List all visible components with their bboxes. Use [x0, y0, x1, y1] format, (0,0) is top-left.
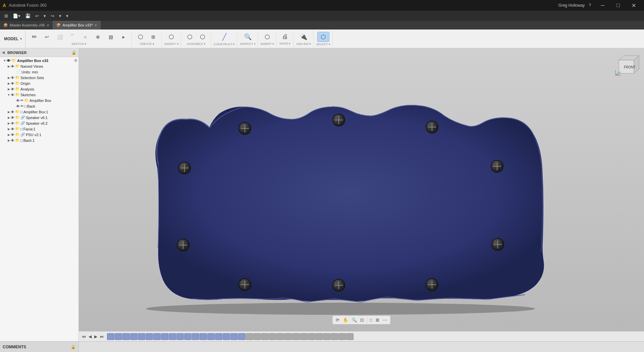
- timeline-step[interactable]: [192, 333, 199, 340]
- help-icon[interactable]: ?: [589, 3, 591, 8]
- extrude-button[interactable]: ⬡: [135, 32, 147, 42]
- construct-button[interactable]: ╱: [218, 32, 230, 42]
- sketch-dropdown[interactable]: ▸: [117, 33, 129, 41]
- display-mode-button[interactable]: □: [368, 317, 374, 323]
- tree-origin[interactable]: ▶ 👁 📁 Origin: [0, 80, 78, 86]
- timeline-step[interactable]: [161, 333, 168, 340]
- timeline-step-inactive[interactable]: [246, 333, 253, 340]
- modify-button[interactable]: ⬡: [165, 32, 177, 42]
- browser-collapse-button[interactable]: ◀: [2, 51, 5, 54]
- browser-lock-button[interactable]: 🔒: [71, 50, 76, 55]
- model-dropdown[interactable]: MODEL ▼: [1, 30, 25, 48]
- assemble-button[interactable]: ⬡: [184, 32, 196, 42]
- tree-back-sketch[interactable]: ▶ 👁 ✏ □ Back: [0, 103, 78, 109]
- nav-more-button[interactable]: ⋯: [381, 317, 388, 323]
- timeline-step[interactable]: [176, 333, 184, 340]
- timeline-step[interactable]: [223, 333, 230, 340]
- comments-bar[interactable]: COMMENTS 🔒: [0, 342, 79, 352]
- timeline-step[interactable]: [122, 333, 130, 340]
- tree-sketches[interactable]: ▼ 👁 📁 Sketches: [0, 92, 78, 98]
- zoom-button[interactable]: 🔍: [350, 317, 358, 323]
- finish-sketch-button[interactable]: ↩: [41, 33, 53, 41]
- timeline-step[interactable]: [230, 333, 238, 340]
- sketch-tool6[interactable]: ⊕: [92, 33, 104, 41]
- timeline-step-inactive[interactable]: [331, 333, 338, 340]
- tree-root-item[interactable]: ▼ 👁 📁 Amplifier Box v33 ⚙: [0, 58, 78, 63]
- circle-button[interactable]: ○: [79, 33, 91, 41]
- timeline-step-inactive[interactable]: [277, 333, 284, 340]
- tree-facia-1[interactable]: ▶ 👁 📁 □ Facia:1: [0, 126, 78, 132]
- timeline-play[interactable]: ▶: [93, 334, 98, 339]
- tab-close-amplifier[interactable]: ✕: [94, 23, 97, 27]
- timeline-step[interactable]: [200, 333, 207, 340]
- timeline-step[interactable]: [153, 333, 161, 340]
- pan-button[interactable]: ✋: [341, 317, 350, 323]
- timeline-step-inactive[interactable]: [308, 333, 315, 340]
- timeline-step[interactable]: [184, 333, 192, 340]
- viewcube[interactable]: FRONT: [614, 52, 641, 78]
- timeline-step-inactive[interactable]: [261, 333, 269, 340]
- timeline-step-inactive[interactable]: [284, 333, 292, 340]
- tree-units[interactable]: ▶ 📄 Units: mm: [0, 69, 78, 75]
- timeline-step[interactable]: [207, 333, 215, 340]
- apps-button[interactable]: ⊞: [3, 12, 10, 19]
- tree-analysis[interactable]: ▶ 👁 📁 Analysis: [0, 86, 78, 92]
- maximize-button[interactable]: □: [610, 0, 626, 11]
- make-button[interactable]: 🖨: [279, 32, 291, 41]
- timeline-step[interactable]: [238, 333, 246, 340]
- tree-back-1[interactable]: ▶ 👁 📁 □ Back:1: [0, 137, 78, 143]
- more-button[interactable]: ▾: [64, 12, 70, 19]
- timeline-step[interactable]: [130, 333, 138, 340]
- sketch-tool7[interactable]: ▧: [105, 33, 117, 41]
- undo-dropdown[interactable]: ▾: [42, 12, 48, 19]
- timeline-step-inactive[interactable]: [300, 333, 307, 340]
- tree-speaker-v6-1[interactable]: ▶ 👁 📁 🔗 Speaker v6:1: [0, 115, 78, 120]
- save-button[interactable]: 💾: [23, 12, 32, 19]
- undo-button[interactable]: ↩: [34, 12, 41, 19]
- timeline-step-inactive[interactable]: [315, 333, 323, 340]
- timeline-step-inactive[interactable]: [292, 333, 300, 340]
- grid-button[interactable]: ⊞: [374, 317, 381, 323]
- tree-selection-sets[interactable]: ▶ 👁 📁 Selection Sets: [0, 75, 78, 80]
- timeline-step[interactable]: [215, 333, 222, 340]
- assemble-more[interactable]: ⬡: [197, 32, 209, 42]
- orbit-button[interactable]: ⟳: [334, 317, 341, 323]
- close-button[interactable]: ✕: [626, 0, 641, 11]
- tab-amplifier-box[interactable]: 📦 Amplifier Box v33* ✕: [53, 21, 101, 30]
- select-button[interactable]: ⬡: [317, 32, 329, 42]
- arc-button[interactable]: ⌒: [66, 33, 78, 41]
- timeline-step[interactable]: [146, 333, 153, 340]
- minimize-button[interactable]: ─: [595, 0, 610, 11]
- create-more[interactable]: ⊞: [147, 33, 159, 41]
- timeline-step-inactive[interactable]: [269, 333, 276, 340]
- tab-close-master[interactable]: ✕: [47, 23, 49, 27]
- tree-psu-v2-1[interactable]: ▶ 👁 📁 🔗 PSU v2:1: [0, 132, 78, 137]
- new-button[interactable]: 📄▾: [11, 12, 22, 19]
- insert-button[interactable]: ⬡: [261, 32, 273, 42]
- timeline-step-inactive[interactable]: [323, 333, 330, 340]
- timeline-step[interactable]: [107, 333, 114, 340]
- line-button[interactable]: ⬜: [54, 33, 66, 41]
- timeline-step-inactive[interactable]: [338, 333, 346, 340]
- redo-dropdown[interactable]: ▾: [57, 12, 63, 19]
- addins-button[interactable]: 🔌: [298, 32, 310, 42]
- timeline-rewind[interactable]: ⏮: [81, 334, 87, 339]
- inspect-button[interactable]: 🔍: [242, 32, 254, 42]
- tree-amplifier-box-1[interactable]: ▶ 👁 📁 □ Amplifier Box:1: [0, 109, 78, 115]
- tab-master-assembly[interactable]: 📦 Master Assembly v96 ✕: [0, 21, 53, 30]
- tree-speaker-v6-2[interactable]: ▶ 👁 📁 🔗 Speaker v6:2: [0, 120, 78, 126]
- viewport[interactable]: FRONT ⟳ ✋ 🔍 ⊡ □ ⊞ ⋯: [79, 48, 644, 341]
- sketch-button[interactable]: ✏: [28, 32, 40, 42]
- tree-amplifier-box-sketch[interactable]: ▶ 👁 ✏ 📁 Amplifier Box: [0, 98, 78, 103]
- tree-named-views[interactable]: ▶ 👁 📁 Named Views: [0, 63, 78, 69]
- timeline-forward[interactable]: ⏭: [99, 334, 105, 339]
- timeline-step-inactive[interactable]: [346, 333, 354, 340]
- timeline-step[interactable]: [115, 333, 122, 340]
- redo-button[interactable]: ↪: [49, 12, 56, 19]
- timeline-step-inactive[interactable]: [254, 333, 261, 340]
- comments-expand-button[interactable]: 🔒: [71, 345, 76, 349]
- timeline-step[interactable]: [138, 333, 145, 340]
- zoom-extents-button[interactable]: ⊡: [359, 317, 365, 323]
- model-dropdown-arrow[interactable]: ▼: [19, 37, 22, 41]
- timeline-step[interactable]: [169, 333, 176, 340]
